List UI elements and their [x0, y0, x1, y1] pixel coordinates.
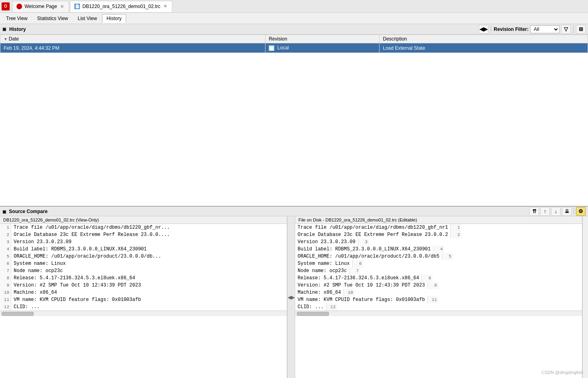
- scroll-down-btn[interactable]: ↓: [551, 207, 561, 216]
- history-table: ▼ Date Revision Description Feb 19, 2024: [0, 35, 588, 53]
- scroll-top-btn[interactable]: ⇈: [529, 207, 539, 216]
- left-scrollbar-thumb[interactable]: [2, 312, 34, 316]
- tab-tree-view[interactable]: Tree View: [2, 14, 32, 23]
- line-num: 11: [0, 296, 11, 303]
- right-code-pane: File on Disk - DB1220_ora_51226_demo01_0…: [295, 216, 582, 378]
- compare-btn[interactable]: ⊞: [576, 25, 586, 34]
- col-date[interactable]: ▼ Date: [0, 35, 265, 43]
- line-num-right: 3: [358, 238, 369, 246]
- watermark: CSDN @dingdingfish: [541, 370, 583, 375]
- right-vertical-scrollbar[interactable]: [582, 216, 588, 378]
- line-content: Version 23.3.0.23.09: [295, 238, 358, 246]
- date-sort-icon: ▼: [4, 37, 9, 41]
- line-num: 10: [0, 289, 11, 296]
- revision-filter: Revision Filter: All Local Remote: [494, 25, 559, 33]
- revision-filter-select[interactable]: All Local Remote: [530, 25, 559, 33]
- line-content: Version: #2 SMP Tue Oct 10 12:43:39 PDT …: [295, 282, 427, 289]
- line-content: Release: 5.4.17-2136.324.5.3.el8uek.x86_…: [11, 274, 137, 282]
- welcome-tab-icon: [16, 4, 22, 9]
- line-num-right: 10: [343, 289, 355, 296]
- history-header-right: ◀▶ Revision Filter: All Local Remote ▽ ⊞: [479, 25, 586, 34]
- code-line: 12 CLID: ...: [0, 303, 287, 311]
- line-num: 1: [0, 224, 11, 231]
- source-compare-title: ▣ Source Compare: [2, 209, 47, 214]
- cell-revision: ▣ Local: [265, 43, 380, 53]
- left-scrollbar-h[interactable]: [0, 311, 287, 316]
- line-num-right: 11: [427, 296, 439, 303]
- revision-value: Local: [277, 45, 289, 51]
- line-num: 6: [0, 260, 11, 267]
- tab-file[interactable]: 📄 DB1220_ora_51226_demo01_02.trc ✕: [70, 1, 172, 12]
- tab-file-label: DB1220_ora_51226_demo01_02.trc: [82, 4, 160, 9]
- line-content: Machine: x86_64: [295, 289, 343, 296]
- col-revision[interactable]: Revision: [265, 35, 380, 43]
- history-header-left: ▣ History: [2, 26, 26, 32]
- source-compare-panel: ▣ Source Compare ⇈ ↑ ↓ ⇊ ⚙ DB1220_ora_51…: [0, 207, 588, 378]
- line-num-right: 9: [427, 282, 439, 289]
- history-collapse-btn[interactable]: ▣: [2, 27, 6, 31]
- line-num-right: 5: [442, 253, 453, 260]
- navigate-btn[interactable]: ◀▶: [479, 25, 488, 34]
- line-num-right: 1: [450, 224, 461, 231]
- code-line: System name: Linux 6: [295, 260, 582, 267]
- line-content: Trace file /u01/app/oracle/diag/rdbms/db…: [295, 224, 450, 231]
- line-content: ORACLE_HOME: /u01/app/oracle/product/23.…: [295, 253, 442, 260]
- main-content: ▣ History ◀▶ Revision Filter: All Local …: [0, 24, 588, 378]
- source-settings-btn[interactable]: ⚙: [576, 207, 586, 216]
- line-content: Trace file /u01/app/oracle/diag/rdbms/db…: [11, 224, 172, 231]
- line-num: 2: [0, 231, 11, 238]
- tab-statistics-view[interactable]: Statistics View: [33, 14, 72, 23]
- line-num: 7: [0, 267, 11, 274]
- code-line: VM name: KVM CPUID feature flags: 0x0100…: [295, 296, 582, 303]
- source-body: DB1220_ora_51226_demo01_02.trc (View-Onl…: [0, 216, 588, 378]
- line-content: ORACLE_HOME: /u01/app/oracle/product/23.…: [11, 253, 163, 260]
- tab-welcome-close[interactable]: ✕: [59, 4, 65, 10]
- tab-list-view[interactable]: List View: [74, 14, 102, 23]
- filter-btn[interactable]: ▽: [561, 25, 571, 34]
- line-content: Node name: ocp23c: [11, 267, 65, 274]
- pane-splitter[interactable]: ◀▶: [287, 216, 295, 378]
- code-line: 10 Machine: x86_64: [0, 289, 287, 296]
- code-line: Version: #2 SMP Tue Oct 10 12:43:39 PDT …: [295, 282, 582, 289]
- history-panel: ▣ History ◀▶ Revision Filter: All Local …: [0, 24, 588, 207]
- tab-welcome[interactable]: Welcome Page ✕: [12, 1, 69, 12]
- code-line: 1 Trace file /u01/app/oracle/diag/rdbms/…: [0, 224, 287, 231]
- scroll-up-btn[interactable]: ↑: [540, 207, 550, 216]
- line-content: Build label: RDBMS_23.3.0.0.0_LINUX.X64_…: [295, 246, 433, 253]
- title-bar: O Welcome Page ✕ 📄 DB1220_ora_51226_demo…: [0, 0, 588, 13]
- source-collapse-btn[interactable]: ▣: [2, 209, 6, 214]
- col-revision-label: Revision: [269, 36, 287, 42]
- col-description[interactable]: Description: [380, 35, 588, 43]
- line-num: 4: [0, 246, 11, 253]
- line-num-right: 7: [349, 267, 360, 274]
- code-line: CLID: ... 12: [295, 303, 582, 311]
- code-line: 11 VM name: KVM CPUID feature flags: 0x0…: [0, 296, 287, 303]
- line-content: Oracle Database 23c EE Extreme Perf Rele…: [11, 231, 172, 238]
- scroll-bottom-btn[interactable]: ⇊: [562, 207, 572, 216]
- line-content: VM name: KVM CPUID feature flags: 0x0100…: [295, 296, 427, 303]
- tab-file-close[interactable]: ✕: [163, 3, 168, 9]
- tab-history[interactable]: History: [102, 14, 126, 23]
- line-content: System name: Linux: [295, 260, 352, 267]
- col-date-label: Date: [9, 36, 19, 42]
- code-line: 3 Version 23.3.0.23.09: [0, 238, 287, 246]
- line-content: Build label: RDBMS_23.3.0.0.0_LINUX.X64_…: [11, 246, 149, 253]
- left-code-pane: DB1220_ora_51226_demo01_02.trc (View-Onl…: [0, 216, 287, 378]
- code-line: 8 Release: 5.4.17-2136.324.5.3.el8uek.x8…: [0, 274, 287, 282]
- code-line: Trace file /u01/app/oracle/diag/rdbms/db…: [295, 224, 582, 231]
- source-header-tools: ⇈ ↑ ↓ ⇊ ⚙: [529, 207, 586, 216]
- line-num: 12: [0, 303, 11, 311]
- line-num-right: 4: [433, 246, 444, 253]
- toolbar-sep-1: [491, 26, 491, 33]
- code-line: ORACLE_HOME: /u01/app/oracle/product/23.…: [295, 253, 582, 260]
- line-num: 9: [0, 282, 11, 289]
- code-line: Machine: x86_64 10: [295, 289, 582, 296]
- right-scrollbar-thumb[interactable]: [297, 312, 329, 316]
- code-line: 7 Node name: ocp23c: [0, 267, 287, 274]
- line-num-right: 12: [326, 303, 337, 311]
- toolbar-sep-2: [573, 26, 574, 33]
- right-scrollbar-h[interactable]: [295, 311, 582, 316]
- table-row[interactable]: Feb 19, 2024, 4:44:32 PM ▣ Local Load Ex…: [0, 43, 588, 53]
- code-line: 4 Build label: RDBMS_23.3.0.0.0_LINUX.X6…: [0, 246, 287, 253]
- line-num: 8: [0, 274, 11, 282]
